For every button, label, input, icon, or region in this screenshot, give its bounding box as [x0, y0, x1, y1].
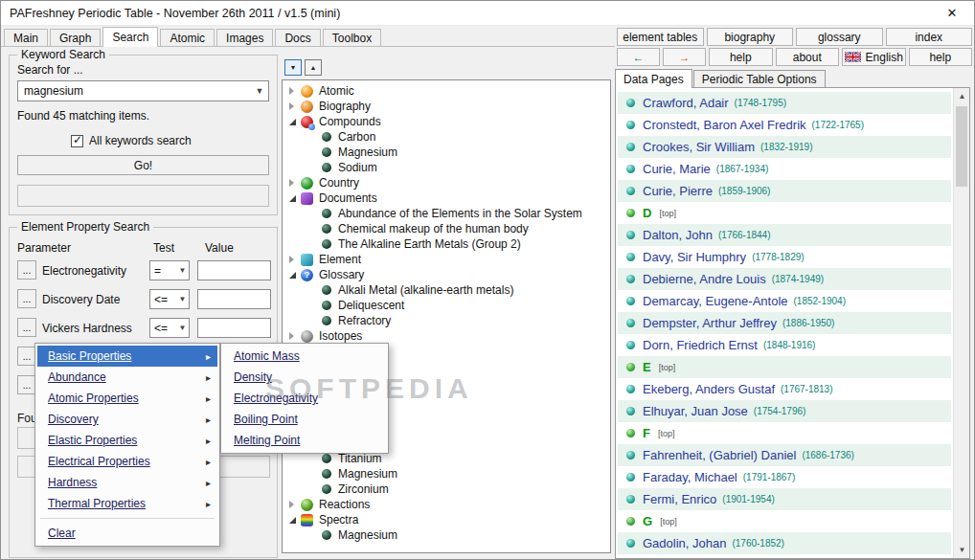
- scroll-up-button[interactable]: ▲: [305, 59, 322, 76]
- person-row[interactable]: Dorn, Friedrich Ernst(1848-1916): [618, 334, 951, 356]
- letter-header-row[interactable]: G[top]: [618, 510, 951, 532]
- back-button[interactable]: ←: [617, 48, 660, 66]
- tree-item-compounds[interactable]: Compounds: [283, 114, 610, 129]
- submenu-item-electronegativity[interactable]: Electronegativity: [223, 388, 386, 409]
- tree-item-zirconium[interactable]: Zirconium: [283, 482, 610, 497]
- tree-item-country[interactable]: Country: [283, 175, 610, 190]
- tab-atomic[interactable]: Atomic: [160, 29, 215, 46]
- scroll-down-button[interactable]: ▼: [284, 59, 302, 76]
- test-operator-select[interactable]: <=▼: [149, 289, 190, 309]
- all-keywords-checkbox-row[interactable]: All keywords search: [71, 134, 192, 147]
- person-row[interactable]: Curie, Marie(1867-1934): [618, 158, 951, 180]
- glossary-button[interactable]: glossary: [796, 28, 883, 46]
- tree-item-glossary[interactable]: ?Glossary: [283, 267, 610, 282]
- tree-item-element[interactable]: Element: [283, 252, 610, 267]
- vertical-scrollbar[interactable]: ▲ ▼: [953, 88, 969, 558]
- tab-periodic-table-options[interactable]: Periodic Table Options: [693, 70, 826, 87]
- top-link[interactable]: [top]: [659, 363, 676, 372]
- tree-item-deliquescent[interactable]: Deliquescent: [283, 298, 610, 313]
- close-icon[interactable]: ✕: [939, 6, 965, 20]
- collapse-arrow-icon[interactable]: [286, 517, 298, 524]
- person-row[interactable]: Elhuyar, Juan Jose(1754-1796): [618, 400, 951, 422]
- scrollbar-up-icon[interactable]: ▲: [954, 88, 970, 104]
- tree-item-magnesium[interactable]: Magnesium: [283, 527, 610, 543]
- tree-item-abundance-of-the-elements-in-the-solar-system[interactable]: Abundance of the Elements in the Solar S…: [283, 206, 610, 221]
- menu-item-hardness[interactable]: Hardness▸: [37, 472, 217, 493]
- all-keywords-checkbox[interactable]: [71, 135, 83, 147]
- person-row[interactable]: Crawford, Adair(1748-1795): [618, 92, 951, 114]
- value-input[interactable]: [197, 318, 271, 338]
- language-button[interactable]: English: [842, 48, 906, 66]
- search-combobox[interactable]: magnesium ▼: [17, 80, 269, 101]
- test-operator-select[interactable]: =▼: [149, 260, 190, 280]
- collapse-arrow-icon[interactable]: [286, 272, 298, 279]
- person-row[interactable]: Ekeberg, Anders Gustaf(1767-1813): [618, 378, 951, 400]
- tab-search[interactable]: Search: [102, 27, 158, 47]
- parameter-picker-button[interactable]: ...: [17, 318, 36, 337]
- menu-item-elastic-properties[interactable]: Elastic Properties▸: [37, 430, 217, 451]
- secondary-action-button[interactable]: [17, 185, 269, 207]
- tree-item-the-alkaline-earth-metals-group-2-[interactable]: The Alkaline Earth Metals (Group 2): [283, 236, 610, 252]
- submenu-item-boiling-point[interactable]: Boiling Point: [223, 409, 386, 430]
- index-button[interactable]: index: [886, 28, 973, 46]
- menu-item-atomic-properties[interactable]: Atomic Properties▸: [37, 388, 217, 409]
- top-link[interactable]: [top]: [658, 429, 675, 438]
- value-input[interactable]: [197, 260, 271, 280]
- submenu-item-melting-point[interactable]: Melting Point: [223, 430, 386, 451]
- tab-images[interactable]: Images: [216, 29, 273, 46]
- tree-item-documents[interactable]: Documents: [283, 190, 610, 206]
- person-row[interactable]: Fermi, Enrico(1901-1954): [618, 488, 951, 510]
- chevron-down-icon[interactable]: ▼: [251, 86, 268, 96]
- parameter-picker-button[interactable]: ...: [17, 260, 36, 280]
- menu-item-clear[interactable]: Clear: [37, 523, 217, 544]
- expand-arrow-icon[interactable]: [286, 179, 298, 187]
- go-button[interactable]: Go!: [17, 155, 269, 175]
- tree-item-reactions[interactable]: Reactions: [283, 497, 610, 512]
- tab-docs[interactable]: Docs: [275, 29, 320, 46]
- tree-item-carbon[interactable]: Carbon: [283, 129, 610, 145]
- tree-item-magnesium[interactable]: Magnesium: [283, 145, 610, 160]
- person-row[interactable]: Curie, Pierre(1859-1906): [618, 180, 951, 202]
- menu-item-electrical-properties[interactable]: Electrical Properties▸: [37, 451, 217, 472]
- person-row[interactable]: Davy, Sir Humphry(1778-1829): [618, 246, 951, 268]
- menu-item-thermal-properties[interactable]: Thermal Properties▸: [37, 493, 217, 514]
- biography-button[interactable]: biography: [707, 28, 794, 46]
- tree-item-atomic[interactable]: Atomic: [283, 83, 610, 99]
- parameter-picker-button[interactable]: ...: [17, 375, 36, 394]
- expand-arrow-icon[interactable]: [286, 501, 298, 508]
- submenu-item-density[interactable]: Density: [223, 367, 386, 388]
- value-input[interactable]: [197, 289, 271, 309]
- tree-item-alkali-metal-alkaline-earth-metals-[interactable]: Alkali Metal (alkaline-earth metals): [283, 282, 610, 298]
- parameter-picker-button[interactable]: ...: [17, 289, 36, 308]
- forward-button[interactable]: →: [663, 48, 706, 66]
- expand-arrow-icon[interactable]: [286, 87, 298, 95]
- top-link[interactable]: [top]: [659, 209, 676, 218]
- tab-data-pages[interactable]: Data Pages: [615, 69, 692, 88]
- expand-arrow-icon[interactable]: [286, 102, 298, 110]
- tree-item-isotopes[interactable]: Isotopes: [283, 328, 610, 344]
- tab-main[interactable]: Main: [4, 29, 48, 46]
- menu-item-abundance[interactable]: Abundance▸: [37, 367, 217, 388]
- tree-item-magnesium[interactable]: Magnesium: [283, 466, 610, 482]
- person-row[interactable]: Debierne, Andre Louis(1874-1949): [618, 268, 951, 290]
- tab-toolbox[interactable]: Toolbox: [323, 29, 381, 46]
- submenu-item-atomic-mass[interactable]: Atomic Mass: [223, 346, 386, 367]
- help-button[interactable]: help: [709, 48, 773, 66]
- scrollbar-down-icon[interactable]: ▼: [954, 542, 970, 558]
- person-row[interactable]: Demarcay, Eugene-Antole(1852-1904): [618, 290, 951, 312]
- person-row[interactable]: Cronstedt, Baron Axel Fredrik(1722-1765): [618, 114, 951, 136]
- collapse-arrow-icon[interactable]: [286, 119, 298, 125]
- person-row[interactable]: Faraday, Michael(1791-1867): [618, 466, 951, 488]
- element-tables-button[interactable]: element tables: [617, 28, 704, 46]
- person-row[interactable]: Fahrenheit, (Gabriel) Daniel(1686-1736): [618, 444, 951, 466]
- letter-header-row[interactable]: F[top]: [618, 422, 951, 444]
- menu-item-basic-properties[interactable]: Basic Properties▸: [37, 346, 217, 367]
- tree-item-biography[interactable]: Biography: [283, 99, 610, 114]
- tree-item-spectra[interactable]: Spectra: [283, 512, 610, 527]
- test-operator-select[interactable]: <=▼: [149, 318, 190, 338]
- top-link[interactable]: [top]: [660, 517, 677, 526]
- collapse-arrow-icon[interactable]: [286, 195, 298, 202]
- expand-arrow-icon[interactable]: [286, 256, 298, 263]
- scrollbar-thumb[interactable]: [956, 106, 967, 187]
- menu-item-discovery[interactable]: Discovery▸: [37, 409, 217, 430]
